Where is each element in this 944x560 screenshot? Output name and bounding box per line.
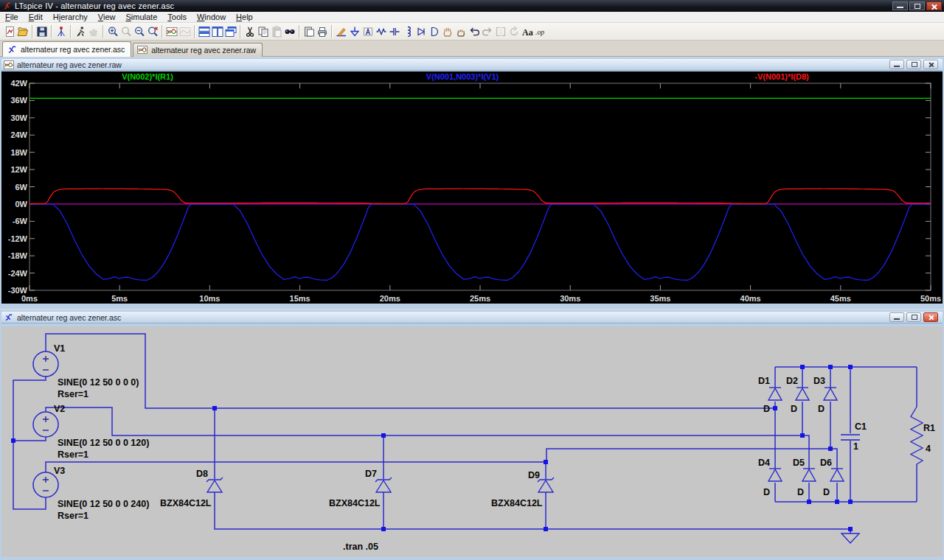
tile-horizontal-button[interactable]	[198, 24, 211, 39]
new-schematic-button[interactable]	[3, 24, 16, 39]
x-tick-label: 0ms	[21, 294, 38, 303]
waveform-window-icon	[4, 60, 14, 69]
text-button[interactable]: Aa	[521, 24, 534, 39]
component-label: D8	[196, 469, 208, 479]
menu-view[interactable]: View	[93, 12, 121, 22]
save-button[interactable]	[35, 24, 49, 39]
run-button[interactable]	[74, 24, 87, 39]
zoom-in-button[interactable]	[106, 24, 119, 39]
copy-button[interactable]	[257, 24, 270, 39]
tab-asc[interactable]: alternateur reg avec zener.asc	[2, 41, 131, 57]
toolbar-separator	[194, 25, 195, 38]
waveform-pane-button[interactable]	[165, 24, 178, 39]
resistor-button[interactable]	[375, 24, 388, 39]
app-title: LTspice IV - alternateur reg avec zener.…	[15, 1, 174, 10]
schematic-tab-icon	[7, 45, 18, 54]
zener-D8[interactable]: D8BZX84C12L	[160, 469, 223, 508]
ground-symbol[interactable]	[841, 533, 859, 543]
component-label: Rser=1	[58, 511, 88, 521]
control-panel-icon	[55, 26, 67, 38]
print-icon	[316, 26, 328, 38]
x-tick-label: 35ms	[650, 294, 670, 303]
schematic-canvas[interactable]: V1SINE(0 12 50 0 0 0)Rser=1V2SINE(0 12 5…	[1, 326, 943, 557]
diode-D6[interactable]: D6D	[820, 458, 844, 497]
trace-label[interactable]: V(N002)*I(R1)	[122, 72, 173, 81]
diode-D3[interactable]: D3D	[813, 376, 837, 414]
resistor-icon	[375, 26, 387, 38]
schematic-window-titlebar[interactable]: alternateur reg avec zener.asc	[1, 312, 943, 323]
net-label-button[interactable]	[361, 24, 375, 39]
copy-bitmap-button[interactable]	[302, 24, 316, 39]
menu-window[interactable]: Window	[192, 12, 231, 22]
schematic-close-button[interactable]	[923, 312, 938, 322]
menu-simulate[interactable]: Simulate	[120, 12, 162, 22]
wire	[13, 437, 46, 441]
voltage-source-V3[interactable]: V3SINE(0 12 50 0 0 240)Rser=1	[33, 466, 149, 521]
menu-hierarchy[interactable]: Hierarchy	[48, 12, 93, 22]
app-minimize-button[interactable]	[892, 1, 908, 10]
app-close-button[interactable]	[926, 1, 942, 10]
undo-button[interactable]	[468, 24, 481, 39]
menu-file[interactable]: File	[0, 12, 24, 22]
waveform-plot[interactable]: -30W-24W-18W-12W-6W0W6W12W18W24W30W36W42…	[1, 71, 943, 304]
svg-text:Aa: Aa	[522, 27, 533, 37]
voltage-source-V2[interactable]: V2SINE(0 12 50 0 0 120)Rser=1	[33, 404, 149, 460]
diode-D2[interactable]: D2D	[786, 376, 809, 414]
component-button[interactable]	[428, 24, 441, 39]
menu-help[interactable]: Help	[231, 12, 258, 22]
trace-label[interactable]: V(N001,N003)*I(V1)	[426, 72, 499, 81]
y-tick-label: 30W	[10, 113, 27, 122]
control-panel-button[interactable]	[55, 24, 68, 39]
find-button[interactable]	[283, 24, 296, 39]
app-maximize-button[interactable]	[909, 1, 925, 10]
waveform-tab-icon	[137, 46, 148, 55]
tab-label: alternateur reg avec zener.raw	[151, 46, 256, 55]
capacitor-C1[interactable]: C11	[841, 421, 867, 452]
diode-D5[interactable]: D5D	[793, 458, 816, 497]
y-tick-label: -12W	[8, 234, 28, 243]
waveform-close-button[interactable]	[923, 60, 938, 69]
y-tick-label: 42W	[10, 79, 27, 88]
zener-D7[interactable]: D7BZX84C12L	[329, 469, 392, 508]
drag-icon	[455, 26, 467, 38]
mirror-button	[494, 24, 507, 39]
move-button[interactable]	[441, 24, 454, 39]
component-label: D4	[758, 458, 770, 468]
voltage-source-V1[interactable]: V1SINE(0 12 50 0 0 0)Rser=1	[33, 343, 139, 399]
tab-raw[interactable]: alternateur reg avec zener.raw	[133, 43, 263, 57]
print-button[interactable]	[316, 24, 329, 39]
zoom-out-button[interactable]	[133, 24, 146, 39]
zoom-area-icon	[120, 26, 132, 38]
waveform-minimize-button[interactable]	[889, 60, 904, 69]
tile-vertical-icon	[212, 26, 223, 38]
menu-tools[interactable]: Tools	[162, 12, 192, 22]
waveform-restore-button[interactable]	[906, 60, 921, 69]
wire	[46, 449, 837, 472]
zoom-full-extents-button[interactable]	[146, 24, 159, 39]
zener-D9[interactable]: D9BZX84C12L	[491, 470, 554, 508]
diode-D4[interactable]: D4D	[758, 458, 782, 497]
trace-label[interactable]: -V(N001)*I(D8)	[754, 72, 809, 81]
schematic-window-icon	[4, 313, 14, 322]
ground-button[interactable]	[348, 24, 361, 39]
tile-vertical-button[interactable]	[211, 24, 224, 39]
x-tick-label: 25ms	[470, 294, 490, 303]
diode-button[interactable]	[414, 24, 428, 39]
wire-button[interactable]	[335, 24, 348, 39]
cut-button[interactable]	[243, 24, 257, 39]
inductor-button[interactable]	[401, 24, 414, 39]
resistor-R1[interactable]: R14	[911, 407, 935, 464]
capacitor-button[interactable]	[388, 24, 401, 39]
component-label: C1	[855, 421, 867, 432]
waveform-window-titlebar[interactable]: alternateur reg avec zener.raw	[1, 59, 943, 71]
schematic-minimize-button[interactable]	[889, 312, 904, 322]
component-label: V2	[54, 404, 65, 414]
drag-button[interactable]	[454, 24, 468, 39]
component-label: V1	[54, 343, 65, 354]
menu-edit[interactable]: Edit	[24, 12, 48, 22]
spice-directive-text[interactable]: .tran .05	[343, 542, 378, 552]
spice-directive-button[interactable]: .op	[534, 24, 547, 39]
open-button[interactable]	[16, 24, 30, 39]
schematic-restore-button[interactable]	[906, 312, 921, 322]
cascade-button[interactable]	[224, 24, 237, 39]
